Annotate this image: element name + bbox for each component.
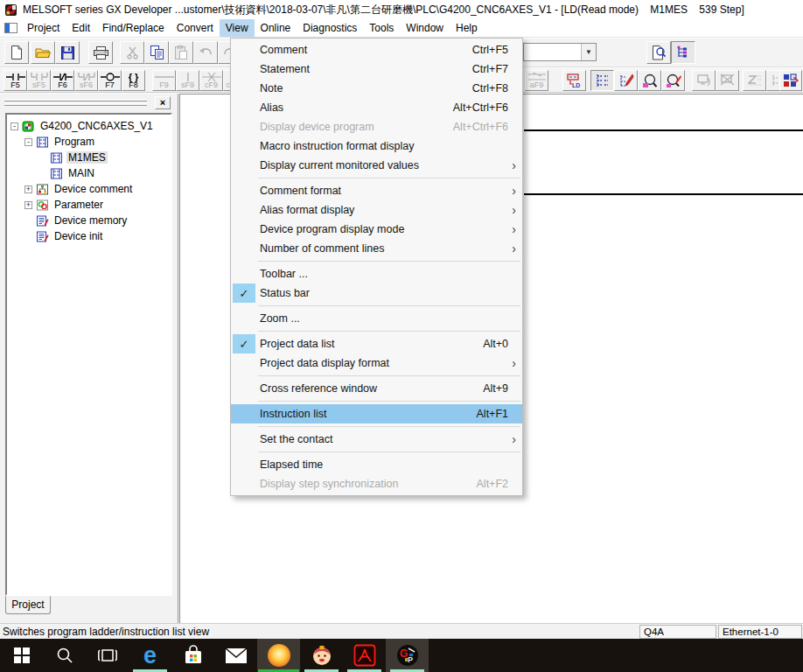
horizontal-line-button[interactable]: F9 [152,70,176,91]
delete-rung-button[interactable]: aF9 [525,70,548,91]
vertical-line-button[interactable]: sF9 [176,70,199,91]
copy-button[interactable] [144,41,169,64]
open-folder-icon [35,46,51,59]
microsoft-store-button[interactable] [171,639,214,672]
tree-item-program[interactable]: - Program [9,134,171,150]
print-button[interactable] [88,41,113,64]
menu-window[interactable]: Window [400,19,450,37]
device-memory-icon [36,215,49,227]
document-search-icon [652,46,666,60]
device-search-input[interactable] [524,44,581,60]
menu-diagnostics[interactable]: Diagnostics [297,19,363,37]
new-button[interactable] [4,41,29,64]
menu-item-set-the-contact[interactable]: Set the contact › [231,430,522,449]
find-replace-device-button[interactable] [661,70,685,91]
panel-close-button[interactable]: × [155,96,171,109]
open-button[interactable] [31,41,55,64]
menu-item-macro-instruction-format-display[interactable]: Macro instruction format display [231,136,522,156]
panel-drag-handle[interactable] [4,99,147,107]
application-instruction-button[interactable]: { } F8 [122,70,145,91]
menu-item-display-current-monitored-values[interactable]: Display current monitored values › [231,156,522,175]
project-tab[interactable]: Project [5,596,51,614]
download-manager-button[interactable] [257,639,300,672]
acrobat-button[interactable] [343,639,386,672]
face-app-button[interactable] [300,639,343,672]
menu-item-display-step-synchronization[interactable]: Display step synchronization Alt+F2 [231,474,522,494]
tree-item-device-memory[interactable]: Device memory [9,213,171,228]
open-contact-button[interactable]: F5 [3,70,27,91]
ladder-logic-view-button[interactable]: LD [562,70,586,91]
device-search-combo[interactable]: ▼ [523,43,597,61]
paste-button[interactable] [169,41,193,64]
find-device-button[interactable] [646,41,671,64]
menu-item-toolbar[interactable]: Toolbar ... [231,264,522,284]
ladder-display-button[interactable] [590,70,614,91]
combo-dropdown-button[interactable]: ▼ [581,44,596,60]
undo-button[interactable] [193,41,218,64]
coil-button[interactable]: F7 [98,70,122,91]
menu-view[interactable]: View [220,19,255,37]
menu-item-device-program-display-mode[interactable]: Device program display mode › [231,220,522,239]
ladder-edit-button[interactable] [614,70,638,91]
search-contact-icon [642,74,658,88]
menu-online[interactable]: Online [255,19,297,37]
tree-item-device-comment[interactable]: + Device comment [9,181,171,197]
menu-separator [258,261,520,262]
find-contact-coil-button[interactable] [638,70,661,91]
tree-item-root[interactable]: - G4200_CNC6AXES_V1 [9,118,171,134]
menu-item-cross-reference-window[interactable]: Cross reference window Alt+9 [231,379,522,398]
parameter-icon [36,200,49,211]
menu-separator [258,426,520,427]
collapse-icon[interactable]: - [24,138,32,146]
device-test-button[interactable] [779,70,802,91]
menu-item-alias-format-display[interactable]: Alias format display › [231,200,522,220]
delete-horizontal-line-button[interactable]: cF9 [199,70,223,91]
tree-item-main[interactable]: MAIN [9,165,171,181]
menu-edit[interactable]: Edit [66,19,96,37]
mail-envelope-icon [225,648,248,664]
menu-project[interactable]: Project [21,19,66,37]
tree-item-device-init[interactable]: Device init [9,228,171,244]
tree-item-m1mes[interactable]: M1MES [9,150,171,165]
menu-item-project-data-list[interactable]: ✓ Project data list Alt+0 [231,334,522,354]
menu-help[interactable]: Help [450,19,484,37]
monitor-icon [696,74,712,88]
collapse-icon[interactable]: - [10,122,18,130]
menu-item-statement[interactable]: Statement Ctrl+F7 [231,60,522,79]
step-execution-button[interactable] [743,70,766,91]
expand-icon[interactable]: + [24,201,32,209]
menu-item-number-of-comment-lines[interactable]: Number of comment lines › [231,239,522,258]
menu-convert[interactable]: Convert [171,19,220,37]
tree-item-parameter[interactable]: + Parameter [9,197,171,213]
menu-find-replace[interactable]: Find/Replace [96,19,171,37]
menu-item-comment[interactable]: Comment Ctrl+F5 [231,40,522,60]
project-data-list-toggle-button[interactable] [671,41,695,64]
gx-developer-taskbar-button[interactable]: G P [386,639,429,672]
menu-item-display-device-program[interactable]: Display device program Alt+Ctrl+F6 [231,117,522,136]
monitor-start-button[interactable] [692,70,716,91]
menu-item-note[interactable]: Note Ctrl+F8 [231,79,522,98]
menu-item-elapsed-time[interactable]: Elapsed time [231,455,522,474]
open-branch-button[interactable]: sF5 [27,70,51,91]
monitor-stop-button[interactable] [716,70,739,91]
menu-item-project-data-display-format[interactable]: Project data display format › [231,354,522,373]
taskbar-search-button[interactable] [43,639,86,672]
start-button[interactable] [0,639,43,672]
closed-contact-button[interactable]: F6 [51,70,74,91]
menu-item-comment-format[interactable]: Comment format › [231,181,522,200]
task-view-button[interactable] [86,639,129,672]
mdi-child-window-icon[interactable] [4,23,17,33]
edge-browser-button[interactable]: e [129,639,171,672]
menu-item-status-bar[interactable]: ✓ Status bar [231,284,522,303]
menu-item-instruction-list[interactable]: Instruction list Alt+F1 [231,404,522,424]
save-button[interactable] [55,41,80,64]
expand-icon[interactable]: + [24,186,32,193]
menu-item-zoom[interactable]: Zoom ... [231,309,522,328]
svg-text:LD: LD [572,82,580,88]
mail-button[interactable] [214,639,257,672]
menu-item-alias[interactable]: Alias Alt+Ctrl+F6 [231,98,522,117]
menu-tools[interactable]: Tools [363,19,400,37]
undo-arrow-icon [199,47,213,58]
closed-branch-button[interactable]: sF6 [74,70,98,91]
cut-button[interactable] [120,41,144,64]
